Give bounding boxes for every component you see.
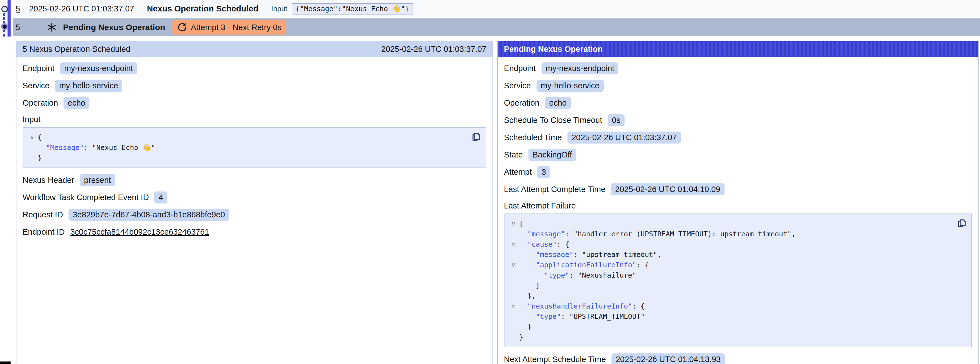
event-id-link[interactable]: 5: [16, 4, 20, 13]
detail-value-badge: present: [80, 174, 115, 186]
json-collapse-caret-icon: [508, 270, 519, 280]
detail-value-badge: 3: [537, 166, 550, 178]
detail-row-workflow-task-completed-event-id: Workflow Task Completed Event ID 4: [22, 191, 486, 204]
json-collapse-caret-icon[interactable]: v: [27, 132, 38, 142]
json-collapse-caret-icon[interactable]: v: [508, 219, 519, 229]
detail-label: Endpoint: [22, 64, 55, 73]
event-row-nexus-operation-scheduled[interactable]: 5 2025-02-26 UTC 01:03:37.07 Nexus Opera…: [13, 0, 980, 17]
detail-label: Service: [504, 81, 531, 90]
detail-label: Operation: [22, 98, 58, 108]
detail-label: Endpoint: [504, 64, 536, 73]
json-code-line: "cause": {: [519, 239, 570, 249]
json-code-line: "nexusHandlerFailureInfo": {: [519, 301, 645, 311]
event-input-chip: {"Message":"Nexus Echo 👋"}: [292, 3, 413, 14]
detail-value-badge: 2025-02-26 UTC 01:03:37.07: [568, 132, 681, 144]
panel-title: Pending Nexus Operation: [504, 45, 603, 54]
event-detail-panel-header: 5 Nexus Operation Scheduled 2025-02-26 U…: [16, 41, 493, 57]
detail-row-endpoint: Endpoint my-nexus-endpoint: [504, 62, 972, 75]
json-code-line: }: [519, 332, 523, 342]
last-attempt-failure-json-block: v{ "message": "handler error (UPSTREAM_T…: [504, 214, 972, 347]
detail-row-endpoint: Endpoint my-nexus-endpoint: [22, 62, 486, 75]
detail-row-service: Service my-hello-service: [22, 79, 486, 92]
json-collapse-caret-icon: [508, 229, 519, 239]
detail-label: Scheduled Time: [504, 133, 562, 142]
detail-value-badge: 4: [154, 192, 167, 203]
detail-row-state: State BackingOff: [504, 148, 972, 161]
json-collapse-caret-icon[interactable]: v: [508, 239, 519, 249]
detail-value-badge: echo: [545, 97, 571, 109]
detail-row-attempt: Attempt 3: [504, 166, 972, 178]
json-code-line: "message": "upstream timeout",: [519, 249, 662, 260]
json-collapse-caret-icon: [508, 311, 519, 322]
detail-value-badge: 2025-02-26 UTC 01:04:10.09: [611, 184, 724, 195]
json-collapse-caret-icon[interactable]: v: [508, 260, 519, 270]
detail-value-badge: my-nexus-endpoint: [541, 62, 619, 74]
json-code-line: }: [519, 280, 540, 291]
event-timestamp: 2025-02-26 UTC 01:03:37.07: [29, 4, 134, 13]
detail-label: Attempt: [504, 168, 532, 177]
pending-operation-panel-header: Pending Nexus Operation: [498, 41, 978, 57]
panel-title: 5 Nexus Operation Scheduled: [22, 45, 130, 54]
detail-label: Schedule To Close Timeout: [504, 116, 602, 125]
json-code-line: }: [519, 322, 531, 332]
detail-label: Request ID: [22, 210, 63, 219]
event-row-pending-nexus-operation[interactable]: 5 Pending Nexus Operation Attempt 3 · Ne…: [13, 18, 980, 36]
timeline-node-current-icon: [1, 23, 8, 30]
detail-row-service: Service my-hello-service: [504, 79, 972, 92]
detail-value-badge: 0s: [608, 114, 625, 126]
event-id-link[interactable]: 5: [16, 23, 20, 32]
detail-row-request-id: Request ID 3e829b7e-7d67-4b08-aad3-b1e86…: [22, 208, 486, 221]
detail-row-operation: Operation echo: [22, 96, 486, 109]
timeline-active-bar: [8, 0, 11, 37]
detail-value-badge: echo: [64, 97, 89, 109]
json-collapse-caret-icon: [508, 280, 519, 291]
json-code-line: "message": "handler error (UPSTREAM_TIME…: [519, 229, 795, 239]
json-collapse-caret-icon: [508, 332, 519, 342]
input-section-label: Input: [22, 114, 486, 125]
detail-value-badge: my-nexus-endpoint: [60, 62, 137, 74]
detail-value-badge: 3e829b7e-7d67-4b08-aad3-b1e868bfe9e0: [68, 209, 229, 221]
json-code-line: "type": "NexusFailure": [519, 270, 636, 280]
detail-row-scheduled-time: Scheduled Time 2025-02-26 UTC 01:03:37.0…: [504, 131, 972, 144]
attempt-retry-text: Attempt 3 · Next Retry 0s: [191, 23, 282, 32]
detail-row-nexus-header: Nexus Header present: [22, 174, 486, 187]
endpoint-id-link[interactable]: 3c0c75ccfa8144b092c13ce632463761: [70, 227, 209, 236]
window-corner-notch: [0, 361, 11, 364]
copy-icon[interactable]: [957, 217, 967, 229]
last-attempt-failure-label: Last Attempt Failure: [504, 200, 972, 211]
detail-row-schedule-to-close-timeout: Schedule To Close Timeout 0s: [504, 114, 972, 126]
json-collapse-caret-icon[interactable]: v: [508, 301, 519, 311]
detail-label: Next Attempt Schedule Time: [504, 355, 606, 364]
json-collapse-caret-icon: [27, 153, 38, 163]
copy-icon[interactable]: [471, 131, 481, 143]
attempt-retry-badge: Attempt 3 · Next Retry 0s: [172, 20, 286, 35]
json-collapse-caret-icon: [508, 322, 519, 332]
json-code-line: "type": "UPSTREAM_TIMEOUT": [519, 311, 645, 322]
detail-label: Nexus Header: [22, 176, 74, 185]
detail-label: Operation: [504, 98, 539, 108]
detail-value-badge: my-hello-service: [55, 80, 122, 92]
timeline-node-open-icon: [2, 6, 8, 12]
detail-value-badge: 2025-02-26 UTC 01:04:13.93: [611, 353, 725, 364]
pending-operation-panel: Pending Nexus Operation Endpoint my-nexu…: [497, 41, 978, 364]
detail-label: Last Attempt Complete Time: [504, 185, 605, 194]
json-collapse-caret-icon: [508, 249, 519, 260]
json-collapse-caret-icon: [508, 291, 519, 301]
json-code-line: },: [519, 291, 536, 301]
detail-label: Service: [22, 81, 49, 90]
detail-value-badge: BackingOff: [528, 149, 576, 161]
json-code-line: "Message": "Nexus Echo 👋": [38, 142, 156, 153]
panel-timestamp: 2025-02-26 UTC 01:03:37.07: [381, 45, 486, 54]
timeline-dashed-connector: [3, 9, 5, 37]
pending-operation-title: Pending Nexus Operation: [63, 22, 165, 32]
detail-row-endpoint-id: Endpoint ID 3c0c75ccfa8144b092c13ce63246…: [22, 225, 486, 238]
detail-row-next-attempt-schedule-time: Next Attempt Schedule Time 2025-02-26 UT…: [504, 353, 972, 364]
detail-label: Workflow Task Completed Event ID: [22, 193, 149, 202]
detail-value-badge: my-hello-service: [536, 80, 604, 92]
detail-label: State: [504, 150, 523, 160]
json-code-line: {: [519, 219, 523, 229]
detail-row-last-attempt-complete-time: Last Attempt Complete Time 2025-02-26 UT…: [504, 183, 972, 196]
json-collapse-caret-icon: [27, 142, 38, 153]
detail-row-operation: Operation echo: [504, 96, 972, 109]
pending-asterisk-icon: [47, 22, 57, 32]
